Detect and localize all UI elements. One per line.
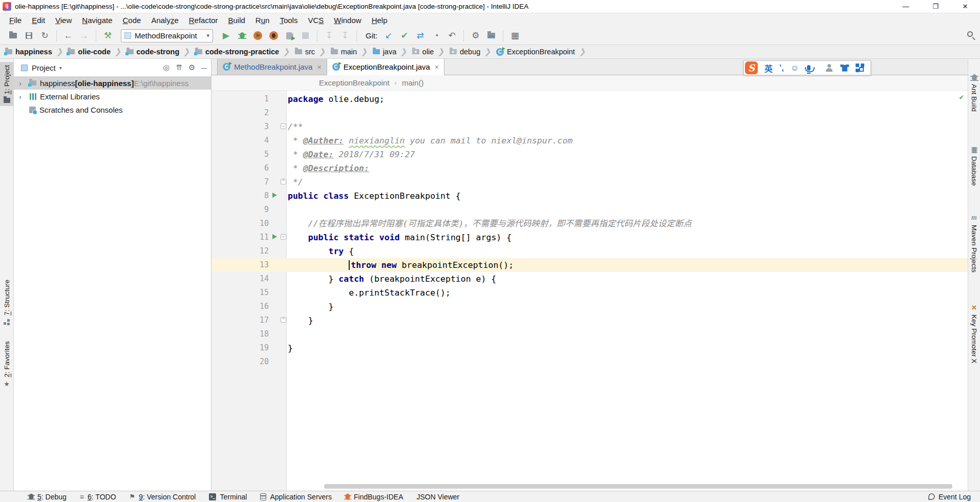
fold-minus-icon[interactable]: − (281, 123, 286, 129)
code-line-5[interactable]: 5 * @Date: 2018/7/31 09:27 (211, 148, 968, 161)
breadcrumb-item-main[interactable]: main (331, 48, 357, 56)
code-line-10[interactable]: 10 //在程序抛出异常时阻塞(可指定具体类)，不需要与源代码映射，即不需要再指… (211, 217, 968, 231)
build-project-icon[interactable]: ⚒ (101, 29, 114, 42)
save-all-icon[interactable] (23, 29, 35, 42)
hide-panel-icon[interactable]: ─ (201, 64, 207, 72)
status-item-5-debug[interactable]: 5: Debug (29, 493, 67, 501)
close-button[interactable]: ✕ (950, 0, 980, 13)
close-icon[interactable]: × (435, 63, 439, 71)
horizontal-scrollbar[interactable] (324, 484, 952, 489)
code-editor[interactable]: 1package olie.debug;23−/**4 * @Auther: n… (211, 91, 968, 491)
menu-item-refactor[interactable]: Refactor (184, 15, 223, 26)
code-line-6[interactable]: 6 * @Description: (211, 161, 968, 175)
gutter-icons[interactable]: − (269, 231, 286, 244)
breadcrumb-item-exceptionbreakpoint[interactable]: CExceptionBreakpoint (496, 48, 575, 56)
tool-button-1-project[interactable]: 1: Project (0, 62, 13, 106)
line-number[interactable]: 12 (211, 244, 269, 258)
breadcrumb-item-olie[interactable]: olie (412, 48, 434, 56)
ime-person-icon[interactable] (825, 64, 834, 72)
back-icon[interactable]: ← (62, 29, 75, 42)
code-line-12[interactable]: 12 try { (211, 244, 968, 258)
restore-layout-icon[interactable]: ▦ (508, 29, 521, 42)
breadcrumb-item-olie-code[interactable]: olie-code (68, 48, 111, 56)
ime-language-icon[interactable]: 英 (764, 62, 773, 74)
line-number[interactable]: 8 (211, 189, 269, 203)
code-line-8[interactable]: 8public class ExceptionBreakpoint { (211, 189, 968, 203)
breadcrumb-item-java[interactable]: java (373, 48, 397, 56)
project-structure-icon[interactable] (485, 29, 498, 42)
line-number[interactable]: 19 (211, 341, 269, 355)
menu-item-view[interactable]: View (50, 15, 77, 26)
gutter-icons[interactable] (269, 161, 286, 175)
tool-button-database[interactable]: Database (968, 147, 980, 186)
gutter-icons[interactable]: − (269, 120, 286, 134)
menu-item-window[interactable]: Window (329, 15, 366, 26)
line-number[interactable]: 10 (211, 217, 269, 231)
profiler-icon[interactable] (267, 29, 280, 42)
code-line-15[interactable]: 15 e.printStackTrace(); (211, 286, 968, 300)
status-item-json-viewer[interactable]: JSON Viewer (417, 493, 460, 501)
line-number[interactable]: 17 (211, 313, 269, 327)
gutter-icons[interactable] (269, 148, 286, 161)
editor-breadcrumb-exceptionbreakpoint[interactable]: ExceptionBreakpoint (319, 78, 390, 87)
synchronize-icon[interactable]: ↻ (38, 29, 51, 42)
status-item-9-version-control[interactable]: ⚑9: Version Control (130, 493, 196, 501)
breadcrumb-item-debug[interactable]: debug (450, 48, 480, 56)
menu-item-edit[interactable]: Edit (27, 15, 50, 26)
code-line-13[interactable]: 13 throw new breakpointException(); (211, 258, 968, 272)
status-item-6-todo[interactable]: ≡6: TODO (80, 493, 116, 501)
gutter-icons[interactable] (269, 244, 286, 258)
line-number[interactable]: 2 (211, 106, 269, 120)
chevron-right-icon[interactable]: › (19, 79, 27, 88)
chevron-right-icon[interactable]: › (19, 92, 27, 101)
collapse-all-icon[interactable]: ⇈ (176, 63, 182, 72)
breadcrumb-item-code-strong-practice[interactable]: code-strong-practice (195, 48, 279, 56)
gutter-icons[interactable] (269, 258, 286, 272)
menu-item-navigate[interactable]: Navigate (77, 15, 117, 26)
run-configurations-select[interactable]: MethodBreakpoint▾ (121, 29, 213, 43)
gutter-icons[interactable] (269, 217, 286, 231)
git-update-icon[interactable]: ↙ (382, 29, 395, 42)
gutter-icons[interactable] (269, 300, 286, 313)
line-number[interactable]: 9 (211, 203, 269, 217)
project-panel-title[interactable]: Project (32, 64, 56, 72)
code-line-17[interactable]: 17^ } (211, 313, 968, 327)
line-number[interactable]: 15 (211, 286, 269, 300)
attach-process-icon[interactable] (283, 29, 296, 42)
code-line-1[interactable]: 1package olie.debug; (211, 92, 968, 106)
gutter-icons[interactable] (269, 286, 286, 300)
update-disabled-icon[interactable]: ↧ (323, 29, 335, 42)
line-number[interactable]: 18 (211, 327, 269, 341)
code-line-18[interactable]: 18 (211, 327, 968, 341)
fold-end-icon[interactable]: ^ (281, 317, 286, 323)
ime-grid-icon[interactable] (856, 64, 864, 72)
code-line-7[interactable]: 7^ */ (211, 175, 968, 189)
line-number[interactable]: 16 (211, 300, 269, 313)
menu-item-run[interactable]: Run (250, 15, 275, 26)
line-number[interactable]: 3 (211, 120, 269, 134)
menu-item-code[interactable]: Code (118, 15, 146, 26)
status-item-event-log[interactable]: Event Log (928, 493, 971, 501)
debug-icon[interactable] (236, 29, 248, 42)
breadcrumb-item-happiness[interactable]: happiness (5, 48, 52, 56)
menu-item-analyze[interactable]: Analyze (146, 15, 183, 26)
code-line-9[interactable]: 9 (211, 203, 968, 217)
gutter-icons[interactable]: ^ (269, 175, 286, 189)
tool-button-ant-build[interactable]: Ant Build (968, 74, 980, 112)
sogou-logo-icon[interactable]: S (745, 61, 758, 74)
gutter-icons[interactable] (269, 134, 286, 148)
tool-button-2-favorites[interactable]: 2: Favorites★ (0, 338, 13, 390)
tree-row-scratches-and-consoles[interactable]: Scratches and Consoles (14, 103, 211, 116)
gutter-icons[interactable] (269, 189, 286, 203)
run-coverage-icon[interactable] (251, 29, 264, 42)
run-line-icon[interactable] (272, 234, 277, 239)
tree-row-happiness[interactable]: ›happiness [olie-happiness] E:\git\happi… (14, 76, 211, 90)
gutter-icons[interactable] (269, 203, 286, 217)
line-number[interactable]: 6 (211, 161, 269, 175)
code-line-11[interactable]: 11− public static void main(String[] arg… (211, 231, 968, 244)
panel-settings-icon[interactable]: ⚙ (188, 63, 195, 72)
history-icon[interactable]: ◔ (430, 29, 442, 42)
code-line-19[interactable]: 19} (211, 341, 968, 355)
rollback-icon[interactable]: ↶ (445, 29, 458, 42)
gutter-icons[interactable]: ^ (269, 313, 286, 327)
